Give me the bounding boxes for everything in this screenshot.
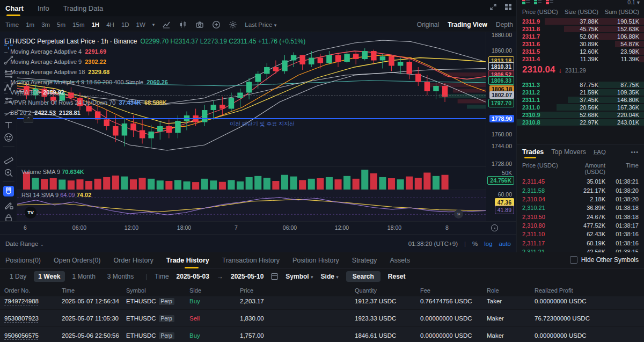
trendline-tool-icon[interactable] — [3, 55, 14, 66]
orderbook-row[interactable]: 2311.137.45K146.80K — [517, 96, 644, 104]
trades-list[interactable]: 2,311.4535.01K01:38:212,311.58221.17K01:… — [517, 177, 644, 256]
price-source-select[interactable]: Last Price ▾ — [245, 21, 276, 28]
order-number[interactable]: 9506056575 — [4, 332, 62, 339]
table-row[interactable]: 95060565752025-05-06 22:50:56ETHUSDCPerp… — [0, 327, 644, 342]
zoom-in-tool-icon[interactable] — [3, 168, 14, 178]
candles-icon[interactable] — [178, 20, 188, 30]
emoji-tool-icon[interactable] — [3, 132, 14, 143]
interval-4h[interactable]: 4H — [106, 21, 114, 28]
measure-tool-icon[interactable] — [3, 154, 14, 164]
orderbook-row[interactable]: 2310.822.97K243.01K — [517, 119, 644, 126]
percent-scale-button[interactable]: % — [472, 241, 478, 247]
trades-tab-trades[interactable]: Trades — [522, 148, 544, 156]
interval-1h[interactable]: 1H — [91, 21, 99, 28]
interval-1w[interactable]: 1W — [136, 21, 145, 28]
scroll-to-realtime-icon[interactable] — [491, 224, 498, 231]
auto-scale-button[interactable]: auto — [499, 241, 511, 247]
range-3-months[interactable]: 3 Months — [103, 271, 138, 282]
orderbook-row[interactable]: 2311.411.39K11.39K — [517, 55, 644, 63]
add-indicator-icon[interactable] — [211, 20, 221, 30]
text-tool-icon[interactable] — [3, 120, 14, 130]
bottom-tab-assets[interactable]: Assets — [390, 252, 410, 268]
bottom-tab-trade-history[interactable]: Trade History — [166, 252, 209, 268]
trade-row[interactable]: 2,311.1760.19K01:38:16 — [517, 239, 644, 248]
interval-1d[interactable]: 1D — [121, 21, 129, 28]
book-asks-icon[interactable] — [546, 0, 553, 4]
drawing-lock-icon[interactable] — [3, 200, 14, 211]
trades-tab-top-movers[interactable]: Top Movers — [551, 148, 586, 156]
layout-grid-icon[interactable] — [504, 3, 512, 11]
crosshair-tool-icon[interactable] — [3, 40, 14, 50]
table-row[interactable]: 95308079232025-05-07 11:05:30ETHUSDCPerp… — [0, 310, 644, 326]
last-price-row[interactable]: 2310.04 ↓ 2311.29 — [522, 64, 586, 75]
pattern-tool-icon[interactable] — [3, 82, 14, 93]
brush-tool-icon[interactable] — [3, 107, 14, 118]
order-number[interactable]: 9530807923 — [4, 315, 62, 322]
reset-button[interactable]: Reset — [388, 273, 406, 280]
trades-tab-faq[interactable]: FAQ — [594, 149, 606, 155]
trade-row[interactable]: 2,311.58221.17K01:38:20 — [517, 186, 644, 194]
legend-collapse-button[interactable]: ⌃ — [24, 115, 33, 123]
trade-row[interactable]: 2,310.5024.67K01:38:18 — [517, 213, 644, 221]
asks-list[interactable]: 2311.937.88K190.51K2311.845.75K152.63K23… — [517, 18, 644, 63]
orderbook-row[interactable]: 2311.937.88K190.51K — [517, 18, 644, 25]
range-1-week[interactable]: 1 Week — [34, 271, 64, 282]
tab-chart[interactable]: Chart — [5, 0, 24, 17]
range-1-month[interactable]: 1 Month — [68, 271, 100, 282]
tab-trading-data[interactable]: Trading Data — [63, 0, 104, 17]
bottom-tab-open-orders-0-[interactable]: Open Orders(0) — [54, 252, 101, 268]
date-from-input[interactable]: 2025-05-03 — [177, 273, 209, 280]
orderbook-row[interactable]: 2310.952.68K220.04K — [517, 111, 644, 119]
order-number[interactable]: 7949724988 — [4, 298, 62, 304]
orderbook-row[interactable]: 2311.845.75K152.63K — [517, 25, 644, 33]
orderbook-row[interactable]: 2311.221.59K109.35K — [517, 89, 644, 96]
bottom-tab-order-history[interactable]: Order History — [114, 252, 153, 268]
bottom-tab-positions-0-[interactable]: Positions(0) — [5, 252, 41, 268]
bottom-tab-transaction-history[interactable]: Transaction History — [222, 252, 280, 268]
book-bids-icon[interactable] — [534, 0, 541, 4]
fib-tool-icon[interactable] — [3, 69, 14, 79]
support-line[interactable] — [17, 118, 486, 119]
trade-row[interactable]: 2,310.2136.89K01:38:18 — [517, 203, 644, 212]
interval-dropdown-caret[interactable]: ▾ — [152, 22, 155, 27]
forecast-tool-icon[interactable] — [3, 95, 14, 106]
orderbook-row[interactable]: 2311.630.89K54.87K — [517, 40, 644, 48]
view-mode-trading-view[interactable]: Trading View — [448, 21, 487, 28]
trade-row[interactable]: 2,310.80477.52K01:38:17 — [517, 221, 644, 230]
bids-list[interactable]: 2311.387.75K87.75K2311.221.59K109.35K231… — [517, 81, 644, 126]
hide-other-symbols[interactable]: Hide Other Symbols — [570, 256, 639, 264]
time-axis[interactable]: 606:0012:0018:00706:0012:0018:008 — [0, 221, 516, 234]
price-axis[interactable]: 1880.001860.001813.181810.311806.521806.… — [486, 32, 516, 221]
trade-row[interactable]: 2,310.042.18K01:38:20 — [517, 195, 644, 203]
interval-3m[interactable]: 3m — [41, 21, 50, 28]
expand-icon[interactable] — [489, 3, 497, 11]
bottom-tab-strategy[interactable]: Strategy — [352, 252, 377, 268]
rsi-expand-button[interactable]: » — [454, 209, 463, 219]
trades-more-icon[interactable]: ••• — [631, 149, 639, 155]
bottom-tab-position-history[interactable]: Position History — [292, 252, 339, 268]
interval-15m[interactable]: 15m — [72, 21, 84, 28]
view-mode-depth[interactable]: Depth — [496, 21, 513, 28]
trade-row[interactable]: 2,311.4535.01K01:38:21 — [517, 177, 644, 186]
date-range-button[interactable]: Date Range ⌄ — [5, 241, 44, 247]
line-chart-icon[interactable] — [162, 20, 171, 30]
date-to-input[interactable]: 2025-05-10 — [231, 273, 264, 280]
magnet-tool-icon[interactable] — [3, 186, 14, 197]
camera-icon[interactable] — [195, 20, 204, 30]
orderbook-row[interactable]: 2311.020.56K167.36K — [517, 104, 644, 111]
view-mode-original[interactable]: Original — [417, 21, 439, 28]
orderbook-row[interactable]: 2311.387.75K87.75K — [517, 81, 644, 89]
tab-info[interactable]: Info — [38, 0, 49, 17]
range-1-day[interactable]: 1 Day — [5, 271, 31, 282]
book-both-icon[interactable] — [522, 0, 530, 4]
calendar-icon[interactable] — [271, 273, 278, 280]
trade-row[interactable]: 2,311.1062.43K01:38:16 — [517, 230, 644, 238]
tick-size-select[interactable]: 0.1 ▾ — [627, 0, 640, 5]
side-filter-select[interactable]: Side ▾ — [321, 273, 339, 280]
settings-gear-icon[interactable] — [228, 20, 238, 30]
orderbook-row[interactable]: 2311.752.00K106.88K — [517, 33, 644, 40]
orderbook-row[interactable]: 2311.512.60K23.98K — [517, 48, 644, 55]
symbol-filter-select[interactable]: Symbol ▾ — [286, 273, 313, 280]
search-button[interactable]: Search — [346, 271, 380, 282]
hide-other-checkbox[interactable] — [570, 256, 577, 264]
